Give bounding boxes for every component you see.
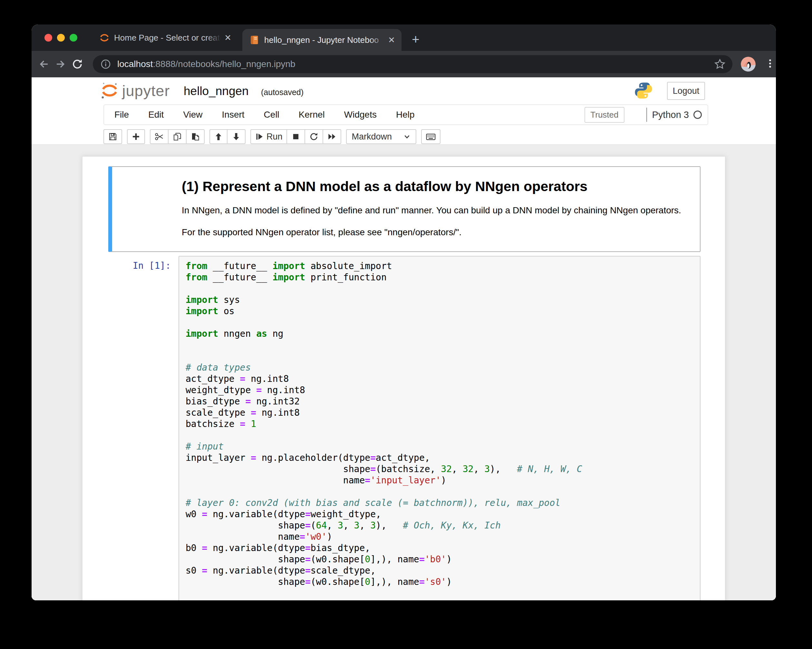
reload-button[interactable] [69,56,86,72]
jupyter-header: jupyter hello_nngen (autosaved) Logout [32,77,776,104]
tab-close-icon[interactable]: ✕ [221,27,238,49]
tab-close-icon[interactable]: ✕ [385,29,401,51]
interrupt-kernel-button[interactable] [287,129,305,144]
cell-type-dropdown[interactable]: Markdown [346,129,416,144]
code-line: scale_dtype = ng.int8 [186,407,697,418]
command-palette-button[interactable] [421,129,441,144]
code-line: # input [186,441,697,452]
code-line: weight_dtype = ng.int8 [186,385,697,396]
menu-widgets[interactable]: Widgets [344,110,377,120]
run-cell-button[interactable]: Run [250,129,287,144]
window-close-button[interactable] [44,34,52,41]
kernel-status-area: Trusted Python 3 [585,107,708,123]
code-line: w0 = ng.variable(dtype=weight_dtype, [186,509,697,520]
move-cell-up-button[interactable] [209,129,227,144]
kernel-idle-icon [693,110,702,119]
code-input-area[interactable]: from __future__ import absolute_importfr… [179,256,701,600]
code-line: a0 = ng.conv2d(input_layer, w0, [186,599,697,600]
cut-cell-button[interactable] [150,129,168,144]
code-line: import sys [186,294,697,305]
browser-tab-notebook[interactable]: hello_nngen - Jupyter Noteboo ✕ [242,29,401,51]
tab-title-fade [206,32,221,43]
copy-cell-button[interactable] [168,129,186,144]
menu-kernel[interactable]: Kernel [299,110,325,120]
code-line [186,351,697,362]
bookmark-star-icon[interactable] [714,58,726,70]
profile-avatar[interactable] [741,57,756,72]
url-bar[interactable]: localhost:8888/notebooks/hello_nngen.ipy… [93,55,733,73]
jupyter-app: jupyter hello_nngen (autosaved) Logout F… [32,77,776,600]
jupyter-logo-favicon [99,32,110,43]
code-line [186,317,697,328]
code-line: from __future__ import absolute_import [186,260,697,272]
notebook-body: (1) Represent a DNN model as a dataflow … [32,144,776,600]
code-line [186,588,697,599]
menu-view[interactable]: View [183,110,202,120]
python-logo [634,81,653,101]
tab-title-fade [370,35,385,46]
jupyter-wordmark: jupyter [122,82,170,99]
code-line: input_layer = ng.placeholder(dtype=act_d… [186,452,697,463]
menu-insert[interactable]: Insert [222,110,244,120]
markdown-paragraph: For the supported NNgen operator list, p… [182,227,687,238]
code-line: bias_dtype = ng.int32 [186,396,697,407]
code-line: act_dtype = ng.int8 [186,373,697,385]
menu-cell[interactable]: Cell [264,110,279,120]
divider [646,108,647,122]
tab-title: hello_nngen - Jupyter Noteboo [264,35,385,46]
autosave-status: (autosaved) [261,88,304,97]
restart-kernel-button[interactable] [305,129,323,144]
move-cell-down-button[interactable] [227,129,246,144]
keyboard-icon [426,131,436,142]
paste-cell-button[interactable] [186,129,205,144]
markdown-heading: (1) Represent a DNN model as a dataflow … [182,179,687,194]
code-line: shape=(w0.shape[0],), name='b0') [186,554,697,565]
jupyter-logo[interactable]: jupyter [100,81,170,100]
browser-window: Home Page - Select or create a ✕ hello_n… [32,24,776,600]
code-line: name='input_layer') [186,475,697,486]
menus: File Edit View Insert Cell Kernel Widget… [104,110,415,120]
code-line: s0 = ng.variable(dtype=scale_dtype, [186,565,697,576]
menu-edit[interactable]: Edit [148,110,164,120]
save-button[interactable] [104,129,122,144]
browser-navbar: localhost:8888/notebooks/hello_nngen.ipy… [32,51,776,77]
window-controls [32,24,77,51]
screenshot: Home Page - Select or create a ✕ hello_n… [0,0,812,649]
code-line [186,486,697,497]
trusted-badge[interactable]: Trusted [585,107,624,123]
site-info-icon[interactable] [100,58,111,70]
code-lines: from __future__ import absolute_importfr… [186,260,697,600]
code-line [186,283,697,294]
notebook-toolbar: Run Markdown [104,129,776,144]
code-line [186,339,697,351]
new-tab-button[interactable]: + [407,30,425,48]
code-cell: In [1]: from __future__ import absolute_… [108,256,701,600]
code-line: import nngen as ng [186,328,697,339]
browser-tab-home[interactable]: Home Page - Select or create a ✕ [92,24,238,51]
menu-file[interactable]: File [114,110,129,120]
forward-button[interactable] [52,56,69,72]
menubar: File Edit View Insert Cell Kernel Widget… [104,104,708,125]
code-line: shape=(batchsize, 32, 32, 3), # N, H, W,… [186,463,697,475]
code-line: batchsize = 1 [186,418,697,429]
back-button[interactable] [35,56,52,72]
restart-run-all-button[interactable] [323,129,341,144]
window-zoom-button[interactable] [70,34,77,41]
code-line: b0 = ng.variable(dtype=bias_dtype, [186,542,697,554]
notebook-title[interactable]: hello_nngen [184,84,249,98]
cell-type-value: Markdown [352,132,392,142]
browser-tabstrip: Home Page - Select or create a ✕ hello_n… [32,24,776,51]
code-line: shape=(w0.shape[0],), name='s0') [186,576,697,588]
input-prompt: In [1]: [108,256,179,271]
code-line: from __future__ import print_function [186,272,697,283]
markdown-cell-selected[interactable]: (1) Represent a DNN model as a dataflow … [108,166,701,252]
kernel-name: Python 3 [652,110,689,120]
notebook-book-favicon [249,35,260,45]
window-minimize-button[interactable] [57,34,65,41]
chevron-down-icon [403,133,411,141]
menu-help[interactable]: Help [396,110,415,120]
code-line: # layer 0: conv2d (with bias and scale (… [186,497,697,509]
logout-button[interactable]: Logout [667,82,705,100]
add-cell-button[interactable] [127,129,145,144]
chrome-menu-icon[interactable] [765,58,775,70]
